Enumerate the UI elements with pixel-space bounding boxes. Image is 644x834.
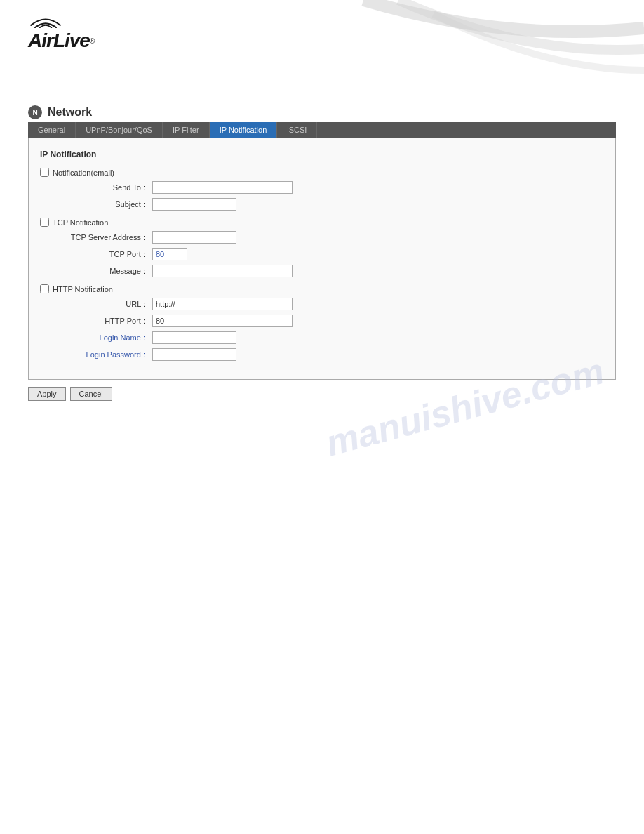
tab-ip-filter[interactable]: IP Filter [163,122,210,138]
send-to-input[interactable] [152,181,293,194]
login-name-input[interactable] [152,331,236,344]
logo-air: Air [28,29,53,52]
header: AirLive® [0,0,644,91]
http-notification-label: HTTP Notification [53,285,113,293]
login-name-label: Login Name : [40,333,152,342]
notification-email-row: Notification(email) [40,168,604,177]
logo-live: Live [53,29,90,52]
panel-title: IP Notification [40,150,604,159]
logo: AirLive® [28,14,94,52]
ip-notification-panel: IP Notification Notification(email) Send… [28,138,616,380]
notification-email-checkbox[interactable] [40,168,49,177]
notification-email-label: Notification(email) [53,168,114,177]
section-header: N Network [28,105,616,119]
login-password-row: Login Password : [40,348,604,361]
tcp-server-address-label: TCP Server Address : [40,233,152,241]
subject-label: Subject : [40,200,152,208]
cancel-button[interactable]: Cancel [70,387,112,401]
http-port-label: HTTP Port : [40,317,152,325]
logo-text: AirLive® [28,29,94,52]
message-input[interactable] [152,265,293,277]
send-to-row: Send To : [40,181,604,194]
tcp-notification-row: TCP Notification [40,218,604,227]
tcp-notification-label: TCP Notification [53,218,108,227]
tcp-port-input[interactable] [152,248,187,260]
send-to-label: Send To : [40,183,152,192]
button-row: Apply Cancel [28,387,616,401]
header-decoration [223,0,644,91]
http-notification-row: HTTP Notification [40,284,604,293]
section-title: Network [48,106,92,119]
svg-text:N: N [32,109,37,117]
tcp-server-address-input[interactable] [152,231,236,244]
login-password-input[interactable] [152,348,236,361]
tab-general[interactable]: General [28,122,76,138]
tabs-bar: General UPnP/Bonjour/QoS IP Filter IP No… [28,122,616,138]
email-notification-section: Notification(email) Send To : Subject : [40,168,604,211]
tab-ip-notification[interactable]: IP Notification [210,122,278,138]
apply-button[interactable]: Apply [28,387,66,401]
http-notification-checkbox[interactable] [40,284,49,293]
tcp-notification-section: TCP Notification TCP Server Address : TC… [40,218,604,277]
tcp-server-address-row: TCP Server Address : [40,231,604,244]
main-content: N Network General UPnP/Bonjour/QoS IP Fi… [0,91,644,415]
logo-wifi-icon [28,14,63,28]
message-row: Message : [40,265,604,277]
tcp-notification-checkbox[interactable] [40,218,49,227]
http-notification-section: HTTP Notification URL : HTTP Port : Logi… [40,284,604,361]
tab-upnp[interactable]: UPnP/Bonjour/QoS [76,122,163,138]
tcp-port-row: TCP Port : [40,248,604,260]
url-row: URL : [40,298,604,310]
tab-iscsi[interactable]: iSCSI [277,122,317,138]
login-name-row: Login Name : [40,331,604,344]
subject-row: Subject : [40,198,604,211]
url-label: URL : [40,300,152,308]
login-password-label: Login Password : [40,350,152,359]
subject-input[interactable] [152,198,236,211]
logo-trademark: ® [90,37,94,45]
tcp-port-label: TCP Port : [40,250,152,258]
network-icon: N [28,105,42,119]
http-port-input[interactable] [152,315,293,327]
message-label: Message : [40,267,152,275]
http-port-row: HTTP Port : [40,315,604,327]
url-input[interactable] [152,298,293,310]
